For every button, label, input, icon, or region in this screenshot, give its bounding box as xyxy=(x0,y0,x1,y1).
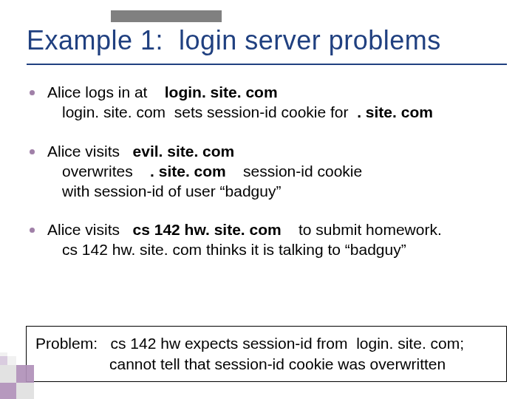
text: login. site. com sets session-id cookie … xyxy=(62,103,357,120)
text-bold: . site. com xyxy=(357,103,433,120)
slide: Example 1: login server problems Alice l… xyxy=(0,0,532,399)
text: Alice logs in at xyxy=(47,83,165,100)
bullet-1-line-2: login. site. com sets session-id cookie … xyxy=(62,103,510,123)
bullet-2-line-3: with session-id of user “badguy” xyxy=(62,182,510,202)
text: overwrites xyxy=(62,163,150,180)
slide-title: Example 1: login server problems xyxy=(27,25,510,56)
bullet-1: Alice logs in at login. site. com login.… xyxy=(27,83,510,123)
text-bold: cs 142 hw. site. com xyxy=(133,221,282,238)
bullet-3: Alice visits cs 142 hw. site. com to sub… xyxy=(27,220,510,260)
bullet-2: Alice visits evil. site. com overwrites … xyxy=(27,142,510,202)
problem-line-2: cannot tell that session-id cookie was o… xyxy=(35,354,497,375)
problem-box: Problem: cs 142 hw expects session-id fr… xyxy=(26,326,507,382)
bullet-icon xyxy=(30,149,35,154)
text: Alice visits xyxy=(47,221,133,238)
header-accent-bar xyxy=(111,10,222,22)
bullet-icon xyxy=(30,90,35,95)
problem-line-1: Problem: cs 142 hw expects session-id fr… xyxy=(35,333,497,354)
text: Alice visits xyxy=(47,143,133,160)
bullet-icon xyxy=(30,228,35,233)
bullet-2-line-1: Alice visits evil. site. com xyxy=(47,142,510,162)
text: session-id cookie xyxy=(226,163,362,180)
bullet-2-line-2: overwrites . site. com session-id cookie xyxy=(62,162,510,182)
corner-decoration xyxy=(0,349,44,399)
text-bold: evil. site. com xyxy=(133,143,235,160)
slide-body: Alice logs in at login. site. com login.… xyxy=(27,83,510,279)
bullet-3-line-1: Alice visits cs 142 hw. site. com to sub… xyxy=(47,220,510,240)
bullet-3-line-2: cs 142 hw. site. com thinks it is talkin… xyxy=(62,240,510,260)
text: to submit homework. xyxy=(282,221,442,238)
text-bold: . site. com xyxy=(150,163,226,180)
text-bold: login. site. com xyxy=(165,83,278,100)
bullet-1-line-1: Alice logs in at login. site. com xyxy=(47,83,510,103)
title-underline xyxy=(27,64,507,65)
